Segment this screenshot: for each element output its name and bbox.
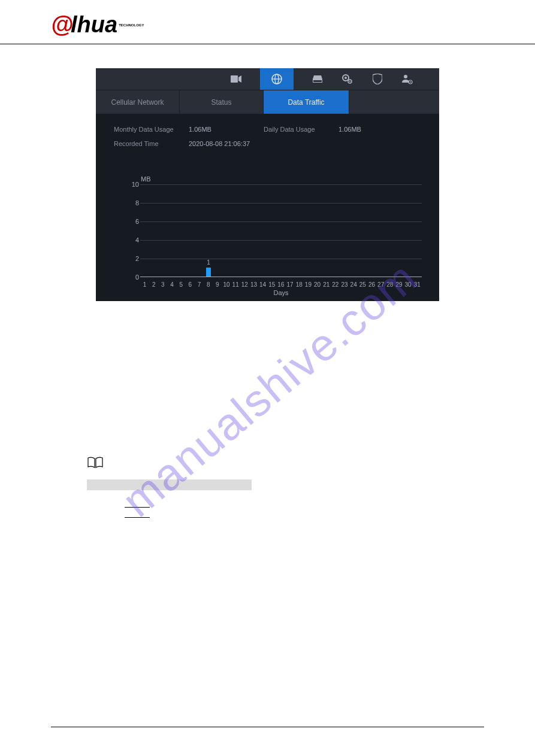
x-tick: 3 bbox=[158, 281, 167, 288]
tabs-bar: Cellular Network Status Data Traffic bbox=[96, 90, 439, 114]
stats-row-2: Recorded Time 2020-08-08 21:06:37 bbox=[114, 140, 421, 147]
camera-icon[interactable] bbox=[230, 74, 242, 84]
user-settings-icon[interactable] bbox=[401, 74, 413, 84]
y-axis-labels: 10 8 6 4 2 0 bbox=[128, 184, 139, 277]
daily-usage-value: 1.06MB bbox=[338, 126, 413, 133]
x-tick: 16 bbox=[276, 281, 285, 288]
y-tick: 8 bbox=[135, 199, 139, 207]
tab-spacer bbox=[349, 90, 439, 114]
note-area bbox=[87, 457, 484, 518]
main-content: Cellular Network Status Data Traffic Mon… bbox=[0, 44, 535, 551]
tab-status[interactable]: Status bbox=[180, 90, 264, 114]
page-footer bbox=[51, 727, 484, 727]
logo-subtitle: TECHNOLOGY bbox=[119, 23, 144, 27]
x-tick: 19 bbox=[304, 281, 313, 288]
chart-unit-label: MB bbox=[141, 175, 151, 183]
bar-chart: 10 8 6 4 2 0 1 1 2 3 bbox=[140, 184, 422, 277]
svg-point-8 bbox=[349, 81, 350, 82]
daily-usage-label: Daily Data Usage bbox=[264, 126, 338, 133]
x-tick: 26 bbox=[367, 281, 376, 288]
x-tick: 10 bbox=[222, 281, 231, 288]
page-header: @ lhua TECHNOLOGY bbox=[0, 0, 535, 44]
x-tick: 6 bbox=[186, 281, 195, 288]
svg-point-6 bbox=[344, 77, 347, 79]
x-tick: 12 bbox=[240, 281, 249, 288]
x-tick: 4 bbox=[167, 281, 176, 288]
monthly-usage-label: Monthly Data Usage bbox=[114, 126, 189, 133]
tab-cellular-network[interactable]: Cellular Network bbox=[96, 90, 180, 114]
recorded-time-value: 2020-08-08 21:06:37 bbox=[189, 140, 264, 147]
x-tick: 2 bbox=[149, 281, 158, 288]
bar-value-label: 1 bbox=[207, 259, 210, 266]
top-nav-icons bbox=[96, 68, 439, 90]
svg-rect-0 bbox=[231, 75, 238, 83]
x-tick: 30 bbox=[404, 281, 413, 288]
tab-data-traffic[interactable]: Data Traffic bbox=[264, 90, 349, 114]
gridline bbox=[140, 203, 422, 204]
stats-panel: Monthly Data Usage 1.06MB Daily Data Usa… bbox=[96, 114, 439, 166]
x-tick: 17 bbox=[286, 281, 295, 288]
x-tick: 29 bbox=[394, 281, 403, 288]
x-tick: 15 bbox=[267, 281, 276, 288]
bar-day-8 bbox=[206, 268, 211, 277]
storage-icon[interactable] bbox=[312, 74, 324, 84]
app-screenshot: Cellular Network Status Data Traffic Mon… bbox=[96, 68, 439, 301]
stats-row-1: Monthly Data Usage 1.06MB Daily Data Usa… bbox=[114, 126, 421, 133]
svg-rect-4 bbox=[313, 80, 322, 82]
gridline bbox=[140, 184, 422, 185]
book-icon bbox=[87, 457, 104, 469]
x-tick: 24 bbox=[349, 281, 358, 288]
x-tick: 8 bbox=[204, 281, 213, 288]
shield-icon[interactable] bbox=[371, 74, 383, 84]
x-tick: 27 bbox=[376, 281, 385, 288]
gridline bbox=[140, 259, 422, 259]
gridline bbox=[140, 221, 422, 222]
x-tick: 7 bbox=[195, 281, 204, 288]
x-axis-labels: 1 2 3 4 5 6 7 8 9 10 11 12 13 14 15 16 1 bbox=[140, 281, 422, 288]
monthly-usage-value: 1.06MB bbox=[189, 126, 264, 133]
highlight-bar bbox=[87, 479, 252, 490]
x-tick: 5 bbox=[177, 281, 186, 288]
procedure-section bbox=[125, 507, 484, 518]
step-underline bbox=[125, 507, 150, 508]
recorded-time-label: Recorded Time bbox=[114, 140, 189, 147]
x-tick: 18 bbox=[295, 281, 304, 288]
x-tick: 23 bbox=[340, 281, 349, 288]
x-tick: 14 bbox=[258, 281, 267, 288]
settings-gear-icon[interactable] bbox=[341, 74, 353, 84]
x-tick: 20 bbox=[313, 281, 322, 288]
y-tick: 4 bbox=[135, 236, 139, 244]
x-tick: 13 bbox=[249, 281, 258, 288]
x-tick: 22 bbox=[331, 281, 340, 288]
x-tick: 21 bbox=[322, 281, 331, 288]
x-tick: 9 bbox=[213, 281, 222, 288]
x-tick: 11 bbox=[231, 281, 240, 288]
x-axis-title: Days bbox=[273, 289, 288, 296]
y-tick: 2 bbox=[135, 255, 139, 262]
svg-point-11 bbox=[410, 81, 411, 83]
y-tick: 10 bbox=[132, 181, 139, 188]
x-tick: 25 bbox=[358, 281, 367, 288]
logo-symbol: @ bbox=[51, 12, 73, 38]
svg-point-9 bbox=[404, 75, 407, 78]
chart-area: MB 10 8 6 4 2 0 1 1 bbox=[96, 166, 439, 301]
step-underline bbox=[125, 517, 150, 518]
x-axis bbox=[140, 277, 422, 277]
x-tick: 31 bbox=[413, 281, 422, 288]
brand-logo: @ lhua TECHNOLOGY bbox=[51, 12, 144, 38]
x-tick: 1 bbox=[140, 281, 149, 288]
gridline bbox=[140, 240, 422, 241]
logo-text: lhua bbox=[71, 12, 117, 38]
y-tick: 0 bbox=[135, 274, 139, 281]
globe-icon[interactable] bbox=[260, 68, 294, 90]
x-tick: 28 bbox=[385, 281, 394, 288]
y-tick: 6 bbox=[135, 218, 139, 225]
